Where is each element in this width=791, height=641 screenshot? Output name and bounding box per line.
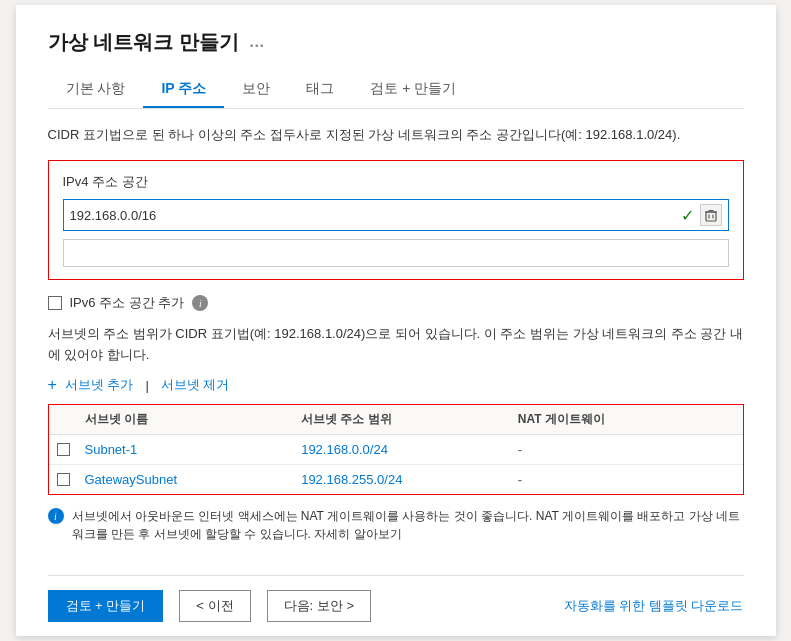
delete-ipv4-button[interactable] — [700, 204, 722, 226]
main-content: CIDR 표기법으로 된 하나 이상의 주소 접두사로 지정된 가상 네트워크의… — [48, 109, 744, 575]
address-space-description: CIDR 표기법으로 된 하나 이상의 주소 접두사로 지정된 가상 네트워크의… — [48, 125, 744, 145]
tab-basics[interactable]: 기본 사항 — [48, 72, 144, 108]
header-name: 서브넷 이름 — [85, 411, 302, 428]
tab-tags[interactable]: 태그 — [288, 72, 352, 108]
subnet2-nat: - — [518, 472, 735, 487]
subnet2-name-link[interactable]: GatewaySubnet — [85, 472, 178, 487]
ipv4-label: IPv4 주소 공간 — [63, 173, 729, 191]
title-dots: … — [249, 33, 265, 51]
bottom-info: i 서브넷에서 아웃바운드 인터넷 액세스에는 NAT 게이트웨이를 사용하는 … — [48, 507, 744, 543]
subnet-table: 서브넷 이름 서브넷 주소 범위 NAT 게이트웨이 Subnet-1 192.… — [48, 404, 744, 495]
remove-subnet-button[interactable]: 서브넷 제거 — [161, 376, 230, 394]
review-create-button[interactable]: 검토 + 만들기 — [48, 590, 164, 622]
bottom-info-text: 서브넷에서 아웃바운드 인터넷 액세스에는 NAT 게이트웨이를 사용하는 것이… — [72, 507, 744, 543]
automation-link[interactable]: 자동화를 위한 템플릿 다운로드 — [564, 597, 744, 615]
header-range: 서브넷 주소 범위 — [301, 411, 518, 428]
subnet1-name-link[interactable]: Subnet-1 — [85, 442, 138, 457]
row1-checkbox[interactable] — [57, 443, 70, 456]
add-subnet-button[interactable]: 서브넷 추가 — [65, 376, 134, 394]
tab-ip[interactable]: IP 주소 — [143, 72, 224, 108]
input-icons: ✓ — [681, 204, 722, 226]
subnet2-range-link[interactable]: 192.168.255.0/24 — [301, 472, 402, 487]
tab-review[interactable]: 검토 + 만들기 — [352, 72, 474, 108]
add-subnet-icon: + — [48, 376, 57, 394]
check-icon: ✓ — [681, 206, 694, 225]
subnet1-range-link[interactable]: 192.168.0.0/24 — [301, 442, 388, 457]
prev-button[interactable]: < 이전 — [179, 590, 250, 622]
dialog-title: 가상 네트워크 만들기 … — [48, 29, 744, 56]
header-nat: NAT 게이트웨이 — [518, 411, 735, 428]
info-circle-icon: i — [48, 508, 64, 524]
subnet-action-row: + 서브넷 추가 | 서브넷 제거 — [48, 376, 744, 394]
table-row: GatewaySubnet 192.168.255.0/24 - — [49, 465, 743, 494]
title-text: 가상 네트워크 만들기 — [48, 29, 239, 56]
subnet-description: 서브넷의 주소 범위가 CIDR 표기법(예: 192.168.1.0/24)으… — [48, 324, 744, 366]
svg-rect-0 — [706, 212, 716, 221]
ipv6-label: IPv6 주소 공간 추가 — [70, 294, 185, 312]
header-checkbox-col — [57, 411, 85, 428]
subnet1-nat: - — [518, 442, 735, 457]
footer: 검토 + 만들기 < 이전 다음: 보안 > 자동화를 위한 템플릿 다운로드 — [48, 575, 744, 636]
tab-security[interactable]: 보안 — [224, 72, 288, 108]
ipv4-section: IPv4 주소 공간 ✓ — [48, 160, 744, 280]
ipv6-row: IPv6 주소 공간 추가 i — [48, 294, 744, 312]
next-button[interactable]: 다음: 보안 > — [267, 590, 371, 622]
ipv6-info-icon[interactable]: i — [192, 295, 208, 311]
ipv4-extra-input[interactable] — [63, 239, 729, 267]
table-row: Subnet-1 192.168.0.0/24 - — [49, 435, 743, 465]
action-separator: | — [141, 378, 152, 393]
ipv4-input[interactable] — [70, 208, 681, 223]
ipv6-checkbox[interactable] — [48, 296, 62, 310]
tab-bar: 기본 사항 IP 주소 보안 태그 검토 + 만들기 — [48, 72, 744, 109]
row2-checkbox[interactable] — [57, 473, 70, 486]
ipv4-input-row: ✓ — [63, 199, 729, 231]
table-header: 서브넷 이름 서브넷 주소 범위 NAT 게이트웨이 — [49, 405, 743, 435]
